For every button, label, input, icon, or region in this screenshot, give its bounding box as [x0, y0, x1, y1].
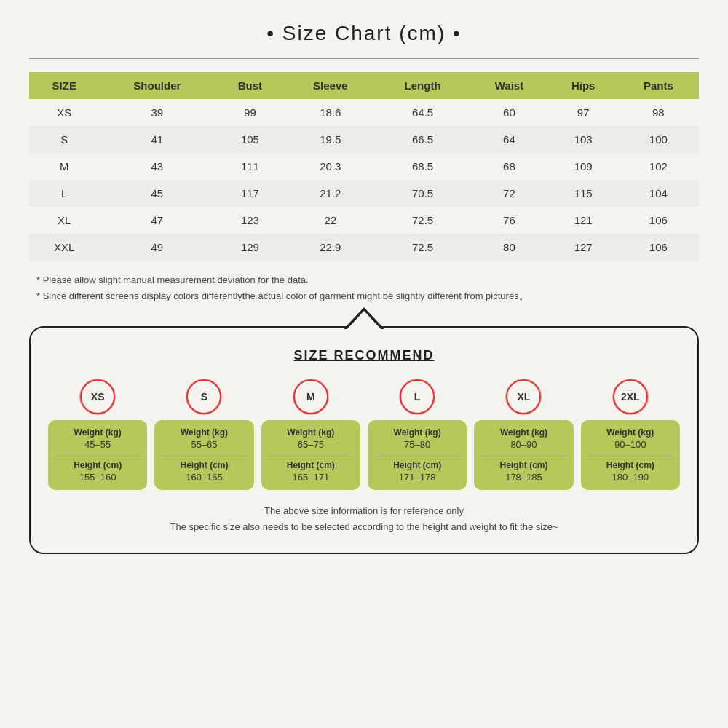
weight-label: Weight (kg) [373, 427, 461, 438]
divider [29, 58, 699, 59]
table-header-cell: Bust [215, 72, 285, 99]
table-header-cell: Hips [549, 72, 618, 99]
height-label: Height (cm) [480, 460, 567, 470]
note-line: * Since different screens display colors… [36, 288, 699, 304]
size-info-box: Weight (kg)90–100Height (cm)180–190 [581, 420, 680, 490]
table-cell: 100 [618, 126, 699, 153]
table-cell: 98 [618, 99, 699, 126]
size-circle: 2XL [613, 379, 648, 414]
table-cell: 72.5 [376, 234, 470, 261]
table-header-row: SIZEShoulderBustSleeveLengthWaistHipsPan… [29, 72, 699, 99]
height-value: 165–171 [267, 472, 355, 483]
table-cell: 19.5 [285, 126, 376, 153]
recommend-footer: The above size information is for refere… [48, 503, 680, 535]
info-divider [587, 456, 674, 456]
table-cell: 22.9 [285, 234, 376, 261]
size-card: XLWeight (kg)80–90Height (cm)178–185 [474, 379, 573, 490]
table-header-cell: Waist [470, 72, 549, 99]
table-cell: 21.2 [285, 180, 376, 207]
table-cell: 70.5 [376, 180, 470, 207]
recommend-container: SIZE RECOMMEND XSWeight (kg)45–55Height … [29, 326, 699, 554]
table-cell: 20.3 [285, 153, 376, 180]
table-row: XL471232272.576121106 [29, 207, 699, 234]
table-row: L4511721.270.572115104 [29, 180, 699, 207]
table-cell: 49 [100, 234, 215, 261]
table-cell: 72.5 [376, 207, 470, 234]
table-cell: S [29, 126, 100, 153]
table-cell: 64.5 [376, 99, 470, 126]
table-cell: 102 [618, 153, 699, 180]
height-value: 180–190 [587, 472, 674, 483]
table-cell: 111 [215, 153, 285, 180]
size-circle: S [186, 379, 221, 414]
table-cell: 76 [470, 207, 549, 234]
table-cell: L [29, 180, 100, 207]
table-cell: 97 [549, 99, 618, 126]
size-circle: XS [80, 379, 115, 414]
table-cell: 109 [549, 153, 618, 180]
table-cell: 99 [215, 99, 285, 126]
height-label: Height (cm) [587, 460, 674, 470]
info-divider [480, 456, 567, 456]
table-cell: 41 [100, 126, 215, 153]
footer-line1: The above size information is for refere… [48, 503, 680, 519]
weight-label: Weight (kg) [480, 427, 567, 438]
size-info-box: Weight (kg)45–55Height (cm)155–160 [48, 420, 147, 490]
info-divider [54, 456, 141, 456]
size-circle: L [400, 379, 435, 414]
table-cell: 18.6 [285, 99, 376, 126]
weight-value: 55–65 [160, 439, 248, 450]
weight-value: 75–80 [373, 439, 461, 450]
table-cell: 43 [100, 153, 215, 180]
table-row: XS399918.664.5609798 [29, 99, 699, 126]
table-cell: 103 [549, 126, 618, 153]
size-card: XSWeight (kg)45–55Height (cm)155–160 [48, 379, 147, 490]
notes-section: * Please allow slight manual measurement… [29, 272, 699, 304]
info-divider [160, 456, 248, 456]
height-label: Height (cm) [54, 460, 141, 470]
weight-label: Weight (kg) [587, 427, 674, 438]
size-info-box: Weight (kg)55–65Height (cm)160–165 [154, 420, 253, 490]
table-cell: 105 [215, 126, 285, 153]
size-card: SWeight (kg)55–65Height (cm)160–165 [154, 379, 253, 490]
table-cell: XS [29, 99, 100, 126]
size-circle: M [293, 379, 328, 414]
size-info-box: Weight (kg)75–80Height (cm)171–178 [368, 420, 467, 490]
weight-label: Weight (kg) [160, 427, 248, 438]
table-cell: 68.5 [376, 153, 470, 180]
size-card: LWeight (kg)75–80Height (cm)171–178 [368, 379, 467, 490]
table-header-cell: Shoulder [100, 72, 215, 99]
table-cell: 106 [618, 234, 699, 261]
table-row: XXL4912922.972.580127106 [29, 234, 699, 261]
size-card: 2XLWeight (kg)90–100Height (cm)180–190 [581, 379, 680, 490]
weight-value: 90–100 [587, 439, 674, 450]
height-value: 171–178 [373, 472, 461, 483]
table-cell: 60 [470, 99, 549, 126]
table-cell: 39 [100, 99, 215, 126]
size-info-box: Weight (kg)80–90Height (cm)178–185 [474, 420, 573, 490]
footer-line2: The specific size also needs to be selec… [48, 519, 680, 535]
table-header-cell: Sleeve [285, 72, 376, 99]
arrow-inner [346, 311, 382, 331]
table-header-cell: Length [376, 72, 470, 99]
size-circle: XL [506, 379, 541, 414]
table-row: S4110519.566.564103100 [29, 126, 699, 153]
recommend-title: SIZE RECOMMEND [48, 348, 680, 363]
table-cell: 117 [215, 180, 285, 207]
table-cell: 127 [549, 234, 618, 261]
weight-value: 45–55 [54, 439, 141, 450]
table-cell: 115 [549, 180, 618, 207]
height-value: 160–165 [160, 472, 248, 483]
weight-value: 80–90 [480, 439, 567, 450]
table-cell: 45 [100, 180, 215, 207]
table-cell: 123 [215, 207, 285, 234]
size-card: MWeight (kg)65–75Height (cm)165–171 [261, 379, 360, 490]
table-cell: 129 [215, 234, 285, 261]
info-divider [267, 456, 355, 456]
table-cell: 80 [470, 234, 549, 261]
recommend-grid: XSWeight (kg)45–55Height (cm)155–160SWei… [48, 379, 680, 490]
weight-label: Weight (kg) [54, 427, 141, 438]
table-cell: 22 [285, 207, 376, 234]
table-cell: XL [29, 207, 100, 234]
table-cell: 121 [549, 207, 618, 234]
